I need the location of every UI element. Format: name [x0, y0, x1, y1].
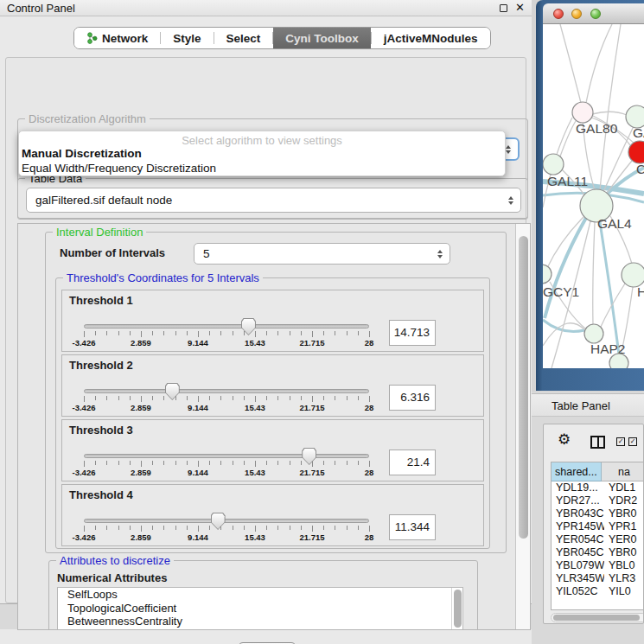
tick-mark — [152, 461, 153, 465]
numerical-attributes-list[interactable]: SelfLoopsTopologicalCoefficientBetweenne… — [57, 587, 463, 630]
threshold-slider-track[interactable] — [84, 324, 369, 328]
dropdown-option-equal-width-frequency-discretization[interactable]: Equal Width/Frequency Discretization — [22, 162, 216, 175]
dropdown-option-manual-discretization[interactable]: Manual Discretization — [22, 147, 142, 160]
tick-mark — [209, 461, 210, 465]
threshold-slider-thumb[interactable] — [302, 448, 316, 465]
table-cell: YIL0 — [604, 585, 644, 598]
table-row[interactable]: YBL079WYBL0 — [552, 559, 644, 572]
tick-mark — [233, 526, 233, 530]
table-data-combobox[interactable]: galFiltered.sif default node — [26, 188, 521, 213]
tick-mark — [118, 526, 119, 530]
table-row[interactable]: YDR27...YDR2 — [552, 494, 644, 507]
column-header-name[interactable]: na — [602, 462, 644, 481]
attribute-list-item[interactable]: SelfLoops — [58, 588, 462, 602]
threshold-slider-track[interactable] — [84, 454, 369, 458]
table-cell: YPR1 — [604, 520, 644, 533]
network-canvas[interactable]: GAL80GACGAL11GAL4GCY1HHAP2 — [543, 24, 644, 368]
gear-icon[interactable]: ⚙ — [558, 432, 571, 447]
table-cell: YBR0 — [604, 507, 644, 520]
zoom-traffic-light-icon[interactable] — [590, 9, 601, 19]
table-horizontal-scrollbar-thumb[interactable] — [553, 615, 640, 621]
threshold-slider-thumb[interactable] — [241, 318, 256, 335]
tick-mark — [347, 331, 348, 335]
tab-select[interactable]: Select — [214, 28, 273, 48]
tick-mark — [95, 331, 96, 335]
close-traffic-light-icon[interactable] — [553, 9, 564, 19]
threshold-value-field[interactable]: 11.344 — [389, 514, 436, 540]
tick-mark — [255, 526, 256, 532]
tick-mark — [84, 526, 85, 532]
table-cell: YLR345W — [552, 572, 604, 585]
threshold-value-field[interactable]: 6.316 — [389, 385, 436, 411]
number-of-intervals-combobox[interactable]: 5 — [194, 243, 450, 265]
checkbox-icon[interactable]: ✓ — [628, 437, 637, 446]
table-cell: YBL0 — [604, 559, 644, 572]
cyni-toolbox-panel: Discretization Algorithm Select algorith… — [5, 57, 526, 603]
tick-mark — [323, 331, 324, 335]
tick-mark — [198, 396, 199, 402]
top-tab-bar: NetworkStyleSelectCyni ToolboxjActiveMNo… — [73, 27, 491, 49]
attribute-list-item[interactable]: BetweennessCentrality — [58, 615, 462, 628]
tick-label: 9.144 — [188, 532, 208, 542]
network-node-c[interactable] — [628, 141, 644, 163]
dropdown-hint-option[interactable]: Select algorithm to view settings — [19, 134, 505, 147]
tick-mark — [198, 461, 199, 467]
number-of-intervals-value: 5 — [194, 247, 437, 260]
network-node-gal80[interactable] — [572, 102, 593, 123]
network-node[interactable] — [609, 354, 628, 368]
tick-label: 21.715 — [299, 403, 324, 412]
table-row[interactable]: YDL19...YDL1 — [552, 481, 644, 494]
table-row[interactable]: YER054CYER0 — [552, 533, 644, 546]
tab-jactivemnodules[interactable]: jActiveMNodules — [372, 28, 490, 48]
table-row[interactable]: YIL052CYIL0 — [552, 585, 644, 598]
table-row[interactable]: YPR145WYPR1 — [552, 520, 644, 533]
panel-vertical-scrollbar[interactable] — [515, 224, 530, 629]
tick-label: 28 — [365, 338, 374, 348]
thresholds-group: Threshold's Coordinates for 5 Intervals … — [55, 277, 490, 549]
tab-cyni-toolbox[interactable]: Cyni Toolbox — [273, 28, 371, 48]
threshold-value-field[interactable]: 14.713 — [389, 320, 436, 346]
slider-tick-labels: -3.4262.8599.14415.4321.71528 — [84, 532, 369, 542]
tick-label: 2.859 — [131, 468, 151, 477]
tab-network[interactable]: Network — [74, 28, 160, 48]
table-row[interactable]: YLR345WYLR3 — [552, 572, 644, 585]
tick-mark — [358, 396, 359, 400]
checkbox-icon[interactable]: ✓ — [616, 437, 625, 446]
attributes-list-scrollbar-thumb[interactable] — [454, 590, 462, 628]
column-header-shared-name[interactable]: shared... — [552, 462, 602, 481]
tick-mark — [358, 461, 359, 465]
table-cell: YIL052C — [552, 585, 604, 598]
attributes-list-scrollbar[interactable] — [451, 588, 462, 630]
network-node-gal11[interactable] — [543, 154, 564, 175]
table-row[interactable]: YBR045CYBR0 — [552, 546, 644, 559]
threshold-slider-track[interactable] — [84, 389, 369, 393]
tick-mark — [266, 461, 267, 465]
table-cell: YBR0 — [604, 546, 644, 559]
slider-ticks — [84, 331, 369, 338]
panel-vertical-scrollbar-thumb[interactable] — [519, 236, 528, 539]
tab-label: Network — [102, 32, 148, 45]
tick-label: -3.426 — [73, 338, 96, 348]
tab-style[interactable]: Style — [161, 28, 213, 48]
close-icon[interactable]: ✕ — [515, 1, 525, 14]
attribute-list-item[interactable]: TopologicalCoefficient — [58, 602, 462, 615]
tick-label: 21.715 — [299, 532, 324, 542]
network-node-h[interactable] — [622, 263, 644, 287]
tick-mark — [312, 526, 313, 532]
tick-mark — [84, 461, 85, 467]
threshold-slider-thumb[interactable] — [165, 383, 180, 400]
table-rows: YDL19...YDL1YDR27...YDR2YBR043CYBR0YPR14… — [552, 481, 644, 598]
table-row[interactable]: YBR043CYBR0 — [552, 507, 644, 520]
threshold-slider-track[interactable] — [84, 519, 369, 523]
network-node-gcy1[interactable] — [543, 265, 552, 284]
network-node-label: GAL80 — [576, 121, 618, 136]
float-window-icon[interactable] — [500, 4, 507, 12]
network-node-hap2[interactable] — [584, 324, 603, 343]
table-panel: Table Panel ⚙ ✓ ✓ shared... na YDL19...Y… — [532, 392, 644, 644]
slider-ticks — [84, 396, 369, 403]
threshold-slider-thumb[interactable] — [211, 513, 226, 530]
table-horizontal-scrollbar[interactable] — [551, 613, 644, 622]
columns-icon[interactable] — [590, 436, 605, 449]
minimize-traffic-light-icon[interactable] — [571, 9, 582, 19]
threshold-value-field[interactable]: 21.4 — [389, 450, 436, 475]
